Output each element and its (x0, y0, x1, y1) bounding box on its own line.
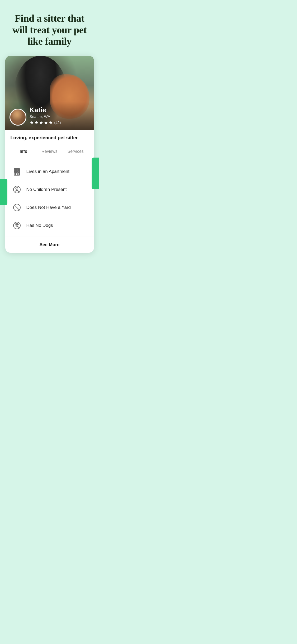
no-yard-label: Does Not Have a Yard (26, 205, 71, 210)
avatar-image (10, 109, 26, 125)
hero-heading: Find a sitter that will treat your pet l… (0, 0, 99, 56)
no-dogs-label: Has No Dogs (26, 223, 53, 228)
star-2: ★ (34, 120, 39, 126)
svg-rect-4 (16, 169, 17, 171)
sitter-location: Seattle, WA (30, 114, 90, 119)
svg-point-12 (16, 187, 18, 189)
green-accent-left (0, 179, 7, 205)
star-4: ★ (44, 120, 48, 126)
info-list: Lives in an Apartment No Children Presen… (11, 158, 89, 237)
list-item: No Children Present (12, 181, 88, 199)
avatar (10, 109, 26, 126)
tab-reviews[interactable]: Reviews (36, 146, 63, 157)
apartment-label: Lives in an Apartment (26, 169, 69, 174)
no-yard-icon (12, 202, 22, 213)
list-item: Does Not Have a Yard (12, 199, 88, 217)
svg-rect-7 (16, 171, 17, 172)
rating-row: ★ ★ ★ ★ ★ (42) (30, 120, 90, 126)
apartment-icon (12, 166, 22, 177)
tab-info[interactable]: Info (11, 146, 37, 157)
no-children-label: No Children Present (26, 187, 67, 192)
sitter-name: Katie (30, 106, 90, 114)
star-1: ★ (30, 120, 34, 126)
photo-overlay: Katie Seattle, WA ★ ★ ★ ★ ★ (42) (5, 102, 94, 130)
sitter-photo: Katie Seattle, WA ★ ★ ★ ★ ★ (42) (5, 56, 94, 130)
tab-services[interactable]: Services (63, 146, 89, 157)
review-count: (42) (54, 121, 61, 125)
svg-rect-9 (16, 173, 18, 175)
svg-line-18 (14, 223, 20, 228)
no-children-icon (12, 184, 22, 195)
see-more-button[interactable]: See More (40, 242, 60, 247)
green-accent-right (92, 158, 99, 189)
sitter-tagline: Loving, experienced pet sitter (11, 135, 89, 141)
list-item: Lives in an Apartment (12, 163, 88, 181)
tabs-row: Info Reviews Services (11, 146, 89, 157)
star-5: ★ (49, 120, 53, 126)
card-body: Loving, experienced pet sitter Info Revi… (5, 130, 94, 237)
sitter-card: Katie Seattle, WA ★ ★ ★ ★ ★ (42) Loving,… (5, 56, 94, 253)
see-more-row: See More (5, 237, 94, 253)
sitter-info-overlay: Katie Seattle, WA ★ ★ ★ ★ ★ (42) (30, 106, 90, 126)
star-3: ★ (39, 120, 43, 126)
no-dogs-icon (12, 220, 22, 231)
list-item: Has No Dogs (12, 217, 88, 234)
